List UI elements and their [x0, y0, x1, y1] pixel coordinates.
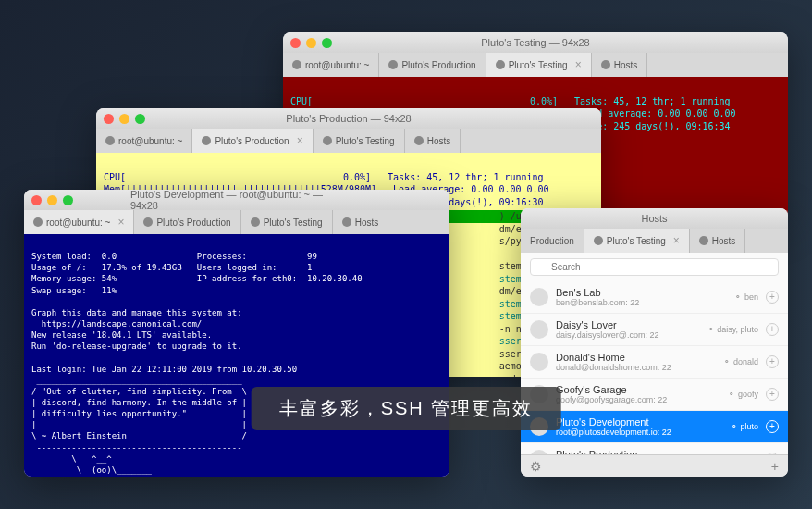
tab-production[interactable]: Pluto's Production — [379, 53, 486, 77]
host-address: donald@donaldshome.com: 22 — [556, 363, 716, 372]
host-address: root@plutosdevelopment.io: 22 — [556, 428, 723, 437]
host-name: Donald's Home — [556, 352, 716, 363]
zoom-icon[interactable] — [135, 114, 145, 124]
tab-testing[interactable]: Pluto's Testing× — [584, 229, 690, 253]
hosts-icon — [342, 217, 351, 227]
window-development: Pluto's Development — root@ubuntu: ~ — 9… — [24, 190, 449, 477]
host-tag: ⚬ goofy — [728, 390, 758, 399]
tabbar: root@ubuntu: ~ Pluto's Production Pluto'… — [283, 53, 788, 77]
traffic-lights[interactable] — [31, 195, 73, 205]
host-address: goofy@goofysgarage.com: 22 — [556, 395, 720, 404]
tab-root[interactable]: root@ubuntu: ~ — [283, 53, 379, 77]
server-icon — [323, 136, 332, 145]
titlebar[interactable]: Pluto's Development — root@ubuntu: ~ — 9… — [24, 190, 449, 210]
settings-icon[interactable]: ⚙ — [530, 459, 542, 474]
terminal-icon — [33, 217, 43, 227]
minimize-icon[interactable] — [47, 195, 57, 205]
server-icon — [496, 60, 505, 69]
host-name: Pluto's Development — [556, 416, 723, 428]
close-tab-icon[interactable]: × — [297, 134, 303, 147]
server-icon — [143, 217, 153, 227]
search-input[interactable] — [530, 258, 779, 276]
zoom-icon[interactable] — [322, 38, 332, 48]
tab-testing[interactable]: Pluto's Testing — [314, 129, 405, 153]
close-icon[interactable] — [104, 114, 114, 124]
host-row[interactable]: Pluto's Production root@plutosproduction… — [521, 443, 788, 454]
zoom-icon[interactable] — [63, 195, 73, 205]
close-icon[interactable] — [290, 38, 301, 48]
window-title: Pluto's Testing — 94x28 — [481, 37, 589, 48]
tab-root[interactable]: root@ubuntu: ~ — [96, 129, 192, 153]
host-name: Daisy's Lover — [556, 319, 700, 330]
host-action-icon[interactable]: + — [766, 323, 779, 336]
tab-hosts[interactable]: Hosts — [333, 210, 389, 234]
server-icon — [202, 136, 211, 145]
tab-hosts[interactable]: Hosts — [690, 229, 746, 253]
host-action-icon[interactable]: + — [766, 388, 779, 401]
host-icon — [530, 353, 548, 371]
traffic-lights[interactable] — [104, 114, 145, 124]
host-tag: ⚬ donald — [723, 357, 758, 366]
tab-hosts[interactable]: Hosts — [592, 53, 648, 77]
titlebar[interactable]: Hosts — [521, 208, 788, 229]
add-host-button[interactable]: + — [771, 459, 779, 474]
traffic-lights[interactable] — [290, 38, 332, 48]
tabbar: root@ubuntu: ~× Pluto's Production Pluto… — [24, 210, 449, 234]
host-action-icon[interactable]: + — [766, 291, 779, 304]
hosts-footer: ⚙ + — [521, 454, 788, 477]
tab-production[interactable]: Pluto's Production — [134, 210, 240, 234]
terminal-icon — [292, 60, 301, 69]
window-hosts: Hosts Production Pluto's Testing× Hosts … — [521, 208, 788, 477]
hosts-icon — [699, 236, 708, 245]
host-tag: ⚬ ben — [734, 292, 758, 302]
tab-testing[interactable]: Pluto's Testing — [241, 210, 333, 234]
tab-hosts[interactable]: Hosts — [405, 129, 461, 153]
minimize-icon[interactable] — [119, 114, 129, 124]
host-address: ben@benslab.com: 22 — [556, 298, 727, 307]
host-icon — [530, 320, 548, 339]
tab-production[interactable]: Pluto's Production× — [192, 129, 313, 153]
server-icon — [388, 60, 398, 69]
titlebar[interactable]: Pluto's Testing — 94x28 — [283, 32, 788, 53]
tab-production[interactable]: Production — [521, 229, 584, 253]
hosts-list: Ben's Lab ben@benslab.com: 22 ⚬ ben + Da… — [521, 253, 788, 454]
close-tab-icon[interactable]: × — [117, 216, 124, 229]
terminal-icon — [105, 136, 115, 145]
tab-testing[interactable]: Pluto's Testing× — [486, 53, 592, 77]
titlebar[interactable]: Pluto's Production — 94x28 — [96, 108, 601, 129]
tab-root[interactable]: root@ubuntu: ~× — [24, 210, 134, 234]
tabbar: root@ubuntu: ~ Pluto's Production× Pluto… — [96, 129, 601, 153]
search-bar — [521, 253, 788, 281]
host-row[interactable]: Pluto's Development root@plutosdevelopme… — [521, 411, 788, 443]
server-icon — [251, 217, 260, 227]
caption-overlay: 丰富多彩，SSH 管理更高效 — [252, 387, 561, 430]
host-action-icon[interactable]: + — [766, 355, 779, 368]
tabbar: Production Pluto's Testing× Hosts — [521, 229, 788, 253]
close-icon[interactable] — [31, 195, 42, 205]
terminal-output[interactable]: System load: 0.0 Processes: 99 Usage of … — [24, 234, 449, 477]
host-tag: ⚬ pluto — [731, 422, 758, 431]
host-tag: ⚬ daisy, pluto — [707, 325, 758, 334]
close-tab-icon[interactable]: × — [575, 58, 582, 71]
host-name: Ben's Lab — [556, 287, 727, 298]
host-row[interactable]: Goofy's Garage goofy@goofysgarage.com: 2… — [521, 379, 788, 411]
hosts-icon — [414, 136, 424, 145]
host-address: daisy.daisyslover@.com: 22 — [556, 330, 700, 340]
host-action-icon[interactable]: + — [766, 420, 779, 433]
window-title: Pluto's Development — root@ubuntu: ~ — 9… — [130, 190, 343, 211]
close-tab-icon[interactable]: × — [673, 234, 680, 247]
host-row[interactable]: Daisy's Lover daisy.daisyslover@.com: 22… — [521, 314, 788, 346]
window-title: Pluto's Production — 94x28 — [286, 113, 411, 124]
server-icon — [594, 236, 603, 245]
host-name: Goofy's Garage — [556, 384, 720, 395]
hosts-icon — [601, 60, 610, 69]
window-title: Hosts — [641, 213, 667, 224]
host-row[interactable]: Ben's Lab ben@benslab.com: 22 ⚬ ben + — [521, 281, 788, 314]
host-row[interactable]: Donald's Home donald@donaldshome.com: 22… — [521, 346, 788, 379]
host-icon — [530, 288, 548, 306]
minimize-icon[interactable] — [306, 38, 316, 48]
